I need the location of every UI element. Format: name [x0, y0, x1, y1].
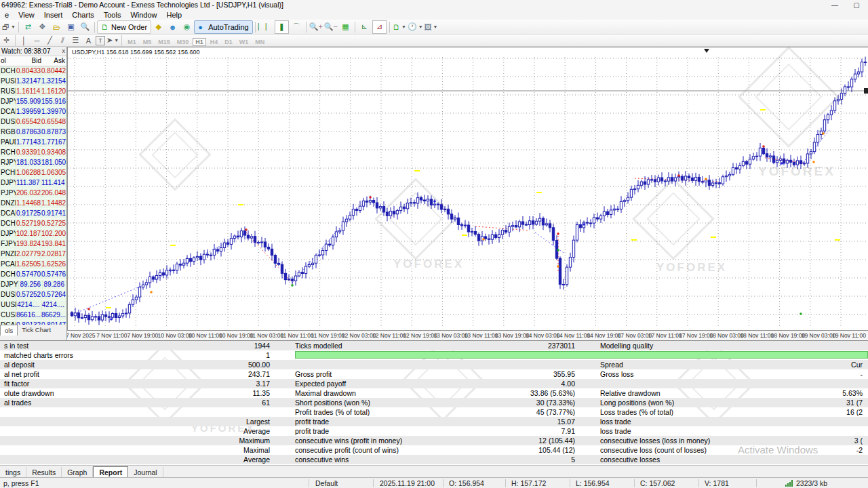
tester-tab-tings[interactable]: tings — [0, 467, 26, 478]
report-value-c: 3 ( — [760, 436, 863, 445]
candlestick-chart-canvas[interactable] — [68, 47, 868, 330]
zoom-in-icon[interactable]: 🔍+ — [309, 21, 323, 33]
status-profile[interactable]: Default — [315, 479, 338, 488]
autotrading-button[interactable]: ● AutoTrading — [194, 20, 253, 34]
menu-item-view[interactable]: View — [14, 10, 39, 20]
mql-community-icon[interactable]: ☻ — [166, 21, 179, 33]
market-watch-row[interactable]: RJPY181.033181.050 — [0, 158, 66, 168]
horizontal-line-icon[interactable]: ─ — [31, 35, 43, 45]
market-watch-row[interactable]: PJPY206.032206.048 — [0, 188, 66, 199]
market-watch-row[interactable]: DUSD0.572520.57264 — [0, 290, 66, 300]
strategy-tester-icon[interactable]: 🔍 — [79, 21, 92, 33]
time-axis-label: 12 Nov 03:00 — [342, 332, 376, 339]
market-watch-row[interactable]: PNZD2.027792.02817 — [0, 249, 66, 260]
new-chart-button[interactable]: 🗗▼ — [2, 21, 16, 33]
timeframe-d1[interactable]: D1 — [222, 38, 235, 46]
market-watch-row[interactable]: PAUD1.771431.77167 — [0, 138, 66, 148]
menu-item-charts[interactable]: Charts — [67, 10, 98, 20]
navigator-icon[interactable]: ✥ — [36, 21, 49, 33]
bar-chart-icon[interactable]: ⎸⎸ — [258, 21, 273, 33]
crosshair-icon[interactable]: ✛ — [1, 35, 12, 45]
highlight-tick — [760, 109, 766, 110]
auto-scroll-icon[interactable]: ⊾ — [358, 21, 371, 33]
market-watch-row[interactable]: DNZD1.144681.14482 — [0, 199, 66, 209]
vertical-line-icon[interactable]: │ — [18, 35, 30, 45]
indicators-button[interactable]: 🗋▼ — [393, 21, 406, 33]
report-value-c: -2 — [760, 445, 863, 455]
menu-item-insert[interactable]: Insert — [39, 10, 68, 20]
minimize-button[interactable]: — — [826, 1, 844, 9]
market-watch-row[interactable]: FJPY193.824193.841 — [0, 239, 66, 249]
market-watch-row[interactable]: DJPY155.909155.916 — [0, 97, 66, 107]
tile-windows-icon[interactable]: ▦ — [339, 21, 352, 33]
market-watch-row[interactable]: CUSD86616...86629... — [0, 310, 66, 321]
market-watch-row[interactable]: PUSD1.321471.32154 — [0, 77, 66, 87]
market-watch-row[interactable]: DJPY111.387111.414 — [0, 178, 66, 188]
menu-item-tools[interactable]: Tools — [99, 10, 126, 20]
new-order-button[interactable]: 🗋 New Order — [97, 20, 151, 34]
timeframe-mn[interactable]: MN — [252, 38, 267, 46]
bid-cell: 0.93391 — [16, 148, 41, 157]
bid-column-header[interactable]: Bid — [19, 56, 43, 66]
market-watch-row[interactable]: RUSD1.161141.16120 — [0, 87, 66, 97]
menu-item-help[interactable]: Help — [162, 10, 187, 20]
candlestick-chart-icon[interactable]: ❚ — [275, 20, 289, 34]
templates-button[interactable]: 🖼▼ — [425, 21, 438, 33]
timeframe-m15[interactable]: M15 — [155, 38, 173, 46]
market-watch-row[interactable]: DCHF0.574700.57476 — [0, 270, 66, 280]
text-label-icon[interactable]: T — [96, 36, 105, 45]
timeframe-h1[interactable]: H1 — [193, 38, 206, 46]
tester-tab-graph[interactable]: Graph — [62, 467, 93, 478]
market-watch-row[interactable]: PCHF1.062881.06305 — [0, 168, 66, 178]
ask-column-header[interactable]: Ask — [43, 56, 66, 66]
menu-item-e[interactable]: e — [0, 10, 14, 20]
equidistant-channel-icon[interactable]: ⫽ — [57, 35, 68, 45]
report-value-a: 1944 — [190, 341, 270, 350]
market-watch-row[interactable]: RCHF0.933910.93408 — [0, 148, 66, 158]
market-watch-row[interactable]: DJPY89.25689.286 — [0, 280, 66, 290]
fibonacci-icon[interactable]: ☰ — [70, 35, 81, 45]
history-center-icon[interactable]: 🗁 — [50, 21, 63, 33]
market-watch-row[interactable]: DCAD0.917250.91741 — [0, 209, 66, 219]
market-watch-row[interactable]: DCAD1.399591.39970 — [0, 107, 66, 117]
time-axis[interactable]: 7 Nov 20257 Nov 11:007 Nov 19:0010 Nov 0… — [67, 330, 868, 340]
market-watch-row[interactable]: PCAD1.625051.62526 — [0, 260, 66, 270]
market-watch-row[interactable]: DCHF0.804330.80442 — [0, 66, 66, 77]
market-watch-tab-tick-chart[interactable]: Tick Chart — [18, 325, 55, 336]
market-watch-row[interactable]: UUSD4214....4214.... — [0, 300, 66, 310]
signals-icon[interactable]: ◉ — [180, 21, 193, 33]
zoom-out-icon[interactable]: 🔍− — [324, 21, 338, 33]
symbol-cell: PAUD — [0, 138, 16, 147]
periods-button[interactable]: 🕐▼ — [408, 21, 423, 33]
market-watch-tab-ols[interactable]: ols — [0, 325, 18, 336]
terminal-panel-icon[interactable]: ▣ — [64, 21, 77, 33]
chart-shift-icon[interactable]: ⊿ — [372, 20, 387, 34]
tester-tab-results[interactable]: Results — [26, 467, 62, 478]
menu-item-window[interactable]: Window — [125, 10, 161, 20]
timeframe-h4[interactable]: H4 — [208, 38, 221, 46]
timeframe-w1[interactable]: W1 — [237, 38, 252, 46]
price-chart[interactable]: YOFOREX YOFOREX YOFOREX USDJPY,H1 156.61… — [67, 47, 868, 330]
close-icon[interactable]: x — [62, 47, 66, 56]
ask-cell: 0.65548 — [41, 117, 66, 127]
market-watch-row[interactable]: DUSD0.655420.65548 — [0, 117, 66, 127]
maximize-button[interactable]: ▢ — [848, 1, 865, 9]
timeframe-m1[interactable]: M1 — [125, 38, 139, 46]
candle-body — [759, 148, 761, 156]
candle-body — [813, 142, 815, 152]
market-watch-row[interactable]: RGBP0.878630.87873 — [0, 127, 66, 138]
symbol-cell: RCHF — [0, 148, 16, 157]
arrows-tool-icon[interactable]: ➤▼ — [106, 35, 119, 45]
timeframe-m5[interactable]: M5 — [140, 38, 155, 46]
expert-advisors-icon[interactable]: ◆ — [152, 21, 165, 33]
candle-body — [586, 222, 588, 223]
market-watch-icon[interactable]: ⇄ — [22, 21, 35, 33]
symbol-column-header[interactable]: ol — [0, 56, 19, 66]
trendline-icon[interactable]: ╱ — [44, 35, 56, 45]
line-chart-icon[interactable]: ⌒ — [290, 21, 303, 33]
market-watch-row[interactable]: DJPY102.187102.200 — [0, 229, 66, 239]
text-tool-icon[interactable]: A — [83, 35, 94, 45]
tester-tab-journal[interactable]: Journal — [128, 467, 163, 478]
timeframe-m30[interactable]: M30 — [174, 38, 192, 46]
market-watch-row[interactable]: DCHF0.527190.52725 — [0, 219, 66, 229]
